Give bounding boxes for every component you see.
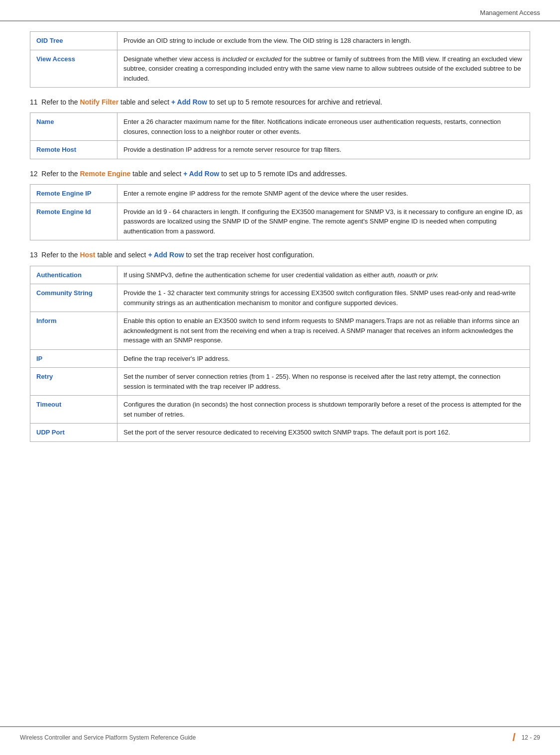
table-row: View Access Designate whether view acces… [30, 50, 530, 88]
label-oid-tree: OID Tree [30, 32, 117, 50]
desc-view-access: Designate whether view access is include… [117, 50, 530, 88]
table-row: OID Tree Provide an OID string to includ… [30, 32, 530, 50]
desc-authentication: If using SNMPv3, define the authenticati… [117, 266, 530, 284]
label-inform: Inform [30, 312, 117, 350]
table-row: Name Enter a 26 character maximum name f… [30, 113, 530, 141]
desc-remote-host: Provide a destination IP address for a r… [117, 141, 530, 159]
footer-left: Wireless Controller and Service Platform… [20, 734, 196, 741]
table-row: Remote Engine IP Enter a remote engine I… [30, 185, 530, 203]
page-content: OID Tree Provide an OID string to includ… [0, 26, 560, 480]
table-row: Remote Engine Id Provide an Id 9 - 64 ch… [30, 203, 530, 240]
desc-remote-engine-ip: Enter a remote engine IP address for the… [117, 185, 530, 203]
table-remote-engine: Remote Engine IP Enter a remote engine I… [30, 184, 530, 240]
highlight-notify-filter: Notify Filter [80, 98, 118, 106]
desc-community-string: Provide the 1 - 32 character text commun… [117, 284, 530, 312]
highlight-remote-engine: Remote Engine [80, 170, 130, 178]
page-footer: Wireless Controller and Service Platform… [0, 726, 560, 743]
header-title: Management Access [480, 9, 540, 16]
label-view-access: View Access [30, 50, 117, 88]
label-authentication: Authentication [30, 266, 117, 284]
highlight-host: Host [80, 251, 95, 259]
footer-right: / 12 - 29 [513, 732, 540, 743]
table-row: IP Define the trap receiver's IP address… [30, 349, 530, 368]
footer-slash-icon: / [513, 732, 516, 743]
desc-retry: Set the number of server connection retr… [117, 368, 530, 396]
table-row: UDP Port Set the port of the server reso… [30, 424, 530, 442]
section-12: 12 Refer to the Remote Engine table and … [30, 168, 530, 179]
label-remote-host: Remote Host [30, 141, 117, 159]
table-oid-view: OID Tree Provide an OID string to includ… [30, 31, 530, 88]
desc-remote-engine-id: Provide an Id 9 - 64 characters in lengt… [117, 203, 530, 240]
label-remote-engine-id: Remote Engine Id [30, 203, 117, 240]
desc-udp-port: Set the port of the server resource dedi… [117, 424, 530, 442]
section-11: 11 Refer to the Notify Filter table and … [30, 97, 530, 108]
table-host: Authentication If using SNMPv3, define t… [30, 266, 530, 442]
highlight-add-row-11: + Add Row [171, 98, 207, 106]
desc-timeout: Configures the duration (in seconds) the… [117, 396, 530, 424]
label-community-string: Community String [30, 284, 117, 312]
label-retry: Retry [30, 368, 117, 396]
highlight-add-row-12: + Add Row [183, 170, 219, 178]
table-row: Authentication If using SNMPv3, define t… [30, 266, 530, 284]
label-name: Name [30, 113, 117, 141]
footer-page-number: 12 - 29 [522, 734, 540, 741]
highlight-add-row-13: + Add Row [148, 251, 184, 259]
table-row: Retry Set the number of server connectio… [30, 368, 530, 396]
table-row: Community String Provide the 1 - 32 char… [30, 284, 530, 312]
table-row: Timeout Configures the duration (in seco… [30, 396, 530, 424]
table-row: Remote Host Provide a destination IP add… [30, 141, 530, 159]
table-notify-filter: Name Enter a 26 character maximum name f… [30, 112, 530, 159]
label-udp-port: UDP Port [30, 424, 117, 442]
label-ip: IP [30, 349, 117, 368]
desc-oid-tree: Provide an OID string to include or excl… [117, 32, 530, 50]
page-header: Management Access [0, 0, 560, 21]
desc-name: Enter a 26 character maximum name for th… [117, 113, 530, 141]
label-remote-engine-ip: Remote Engine IP [30, 185, 117, 203]
section-13: 13 Refer to the Host table and select + … [30, 249, 530, 260]
table-row: Inform Enable this option to enable an E… [30, 312, 530, 350]
desc-inform: Enable this option to enable an EX3500 s… [117, 312, 530, 350]
label-timeout: Timeout [30, 396, 117, 424]
desc-ip: Define the trap receiver's IP address. [117, 349, 530, 368]
